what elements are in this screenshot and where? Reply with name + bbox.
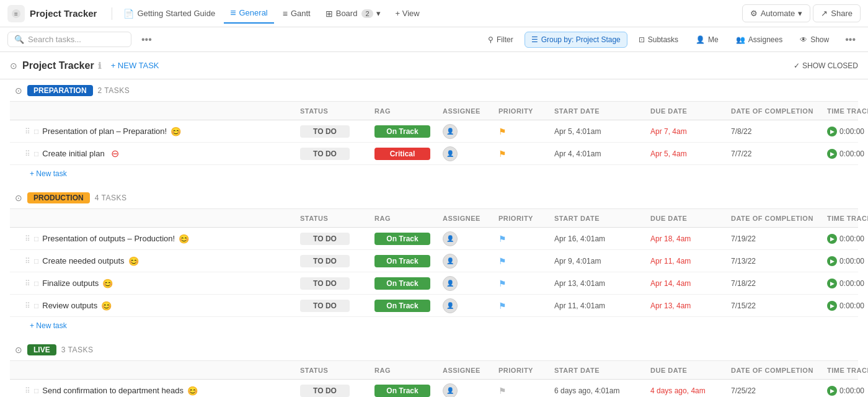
col-completion-header: DATE OF COMPLETION: [731, 215, 827, 222]
assignees-icon: 👥: [736, 35, 745, 44]
drag-handle-icon[interactable]: ⠿: [25, 149, 30, 158]
share-btn[interactable]: ↗ Share: [813, 4, 861, 22]
task-name[interactable]: Create initial plan: [42, 149, 104, 158]
search-box[interactable]: 🔍 Search tasks...: [7, 32, 131, 47]
task-name-cell: ⠿ □ Send confirmation to department head…: [15, 386, 300, 396]
due-date-cell: Apr 14, 4am: [650, 279, 731, 288]
priority-flag-icon[interactable]: ⚑: [498, 127, 507, 136]
info-icon[interactable]: ℹ: [98, 61, 101, 71]
toolbar-more-btn[interactable]: •••: [136, 32, 157, 48]
share-icon: ↗: [821, 9, 828, 18]
rag-badge[interactable]: On Track: [374, 385, 430, 397]
avatar[interactable]: 👤: [443, 124, 458, 139]
me-btn[interactable]: 👤 Me: [689, 32, 725, 47]
rag-badge[interactable]: Critical: [374, 148, 430, 160]
show-btn[interactable]: 👁 Show: [794, 32, 835, 47]
group-preparation-header: ⊙ PREPARATION 2 TASKS: [10, 79, 858, 102]
rag-badge[interactable]: On Track: [374, 125, 430, 138]
drag-handle-icon[interactable]: ⠿: [25, 301, 30, 310]
avatar[interactable]: 👤: [443, 146, 458, 161]
group-by-btn[interactable]: ☰ Group by: Project Stage: [525, 32, 627, 48]
rag-badge[interactable]: On Track: [374, 300, 430, 312]
col-start-header: START DATE: [554, 215, 650, 222]
avatar[interactable]: 👤: [443, 276, 458, 291]
tab-gantt[interactable]: ≡ Gantt: [277, 5, 317, 22]
status-badge[interactable]: TO DO: [300, 233, 350, 245]
group-preparation-toggle[interactable]: ⊙: [15, 86, 22, 96]
task-name[interactable]: Presentation of outputs – Production!: [42, 234, 175, 243]
status-badge[interactable]: TO DO: [300, 385, 350, 397]
status-badge[interactable]: TO DO: [300, 277, 350, 290]
completion-date-cell: 7/25/22: [731, 386, 827, 395]
rag-badge[interactable]: On Track: [374, 277, 430, 290]
checkbox-icon[interactable]: □: [34, 386, 38, 395]
task-name[interactable]: Send confirmation to department heads: [42, 386, 184, 395]
task-name-cell: ⠿ □ Create needed outputs 😊: [15, 256, 300, 266]
drag-handle-icon[interactable]: ⠿: [25, 386, 30, 395]
drag-handle-icon[interactable]: ⠿: [25, 257, 30, 265]
priority-flag-icon[interactable]: ⚑: [498, 386, 507, 396]
priority-flag-icon[interactable]: ⚑: [498, 149, 507, 159]
group-preparation-label: PREPARATION: [27, 85, 93, 96]
avatar[interactable]: 👤: [443, 298, 458, 313]
avatar[interactable]: 👤: [443, 254, 458, 269]
priority-flag-icon[interactable]: ⚑: [498, 234, 507, 244]
task-name-cell: ⠿ □ Presentation of plan – Preparation! …: [15, 127, 300, 136]
col-due-header: DUE DATE: [650, 107, 731, 115]
time-tracked-cell: ▶0:00:00: [827, 301, 868, 311]
priority-flag-icon[interactable]: ⚑: [498, 279, 507, 288]
group-production-toggle[interactable]: ⊙: [15, 193, 22, 203]
time-icon: ▶: [827, 279, 837, 288]
status-badge[interactable]: TO DO: [300, 300, 350, 312]
checkbox-icon[interactable]: □: [34, 301, 38, 310]
priority-flag-icon[interactable]: ⚑: [498, 301, 507, 311]
checkbox-icon[interactable]: □: [34, 279, 38, 288]
task-name[interactable]: Create needed outputs: [42, 256, 124, 265]
toolbar-options-btn[interactable]: •••: [840, 32, 861, 48]
task-name[interactable]: Presentation of plan – Preparation!: [42, 127, 167, 136]
avatar[interactable]: 👤: [443, 231, 458, 246]
avatar[interactable]: 👤: [443, 383, 458, 398]
filter-btn[interactable]: ⚲ Filter: [482, 32, 520, 47]
new-task-btn-prod[interactable]: + New task: [30, 321, 67, 330]
app-icon: ≡: [7, 5, 25, 22]
task-name[interactable]: Finalize outputs: [42, 279, 99, 288]
start-date-cell: Apr 11, 4:01am: [554, 301, 650, 310]
new-task-header-btn[interactable]: + NEW TASK: [106, 58, 164, 73]
task-badge-icon: 😊: [170, 127, 181, 136]
time-tracked-cell: ▶0:00:00: [827, 256, 868, 266]
task-name[interactable]: Review outputs: [42, 301, 97, 310]
collapse-icon[interactable]: ⊙: [10, 61, 17, 71]
drag-handle-icon[interactable]: ⠿: [25, 279, 30, 288]
tab-general[interactable]: ≡ General: [224, 4, 274, 24]
svg-text:≡: ≡: [14, 11, 18, 17]
tab-getting-started[interactable]: 📄 Getting Started Guide: [117, 5, 221, 22]
drag-handle-icon[interactable]: ⠿: [25, 127, 30, 136]
show-closed-btn[interactable]: ✓ SHOW CLOSED: [794, 61, 858, 70]
start-date-cell: Apr 16, 4:01am: [554, 234, 650, 243]
priority-flag-icon[interactable]: ⚑: [498, 256, 507, 266]
add-view-btn[interactable]: + View: [389, 5, 426, 22]
group-live-toggle[interactable]: ⊙: [15, 345, 22, 355]
checkbox-icon[interactable]: □: [34, 127, 38, 136]
col-status-header: STATUS: [300, 367, 374, 374]
assignees-btn[interactable]: 👥 Assignees: [730, 32, 789, 47]
status-badge[interactable]: TO DO: [300, 125, 350, 138]
status-cell: TO DO: [300, 125, 374, 138]
priority-cell: ⚑: [498, 386, 554, 396]
rag-badge[interactable]: On Track: [374, 233, 430, 245]
automate-btn[interactable]: ⚙ Automate ▾: [742, 4, 811, 22]
checkbox-icon[interactable]: □: [34, 257, 38, 265]
drag-handle-icon[interactable]: ⠿: [25, 234, 30, 243]
completion-date-cell: 7/13/22: [731, 257, 827, 265]
status-badge[interactable]: TO DO: [300, 148, 350, 160]
checkbox-icon[interactable]: □: [34, 234, 38, 243]
status-cell: TO DO: [300, 277, 374, 290]
new-task-btn-prep[interactable]: + New task: [30, 169, 67, 178]
rag-badge[interactable]: On Track: [374, 255, 430, 267]
group-production-count: 4 TASKS: [95, 194, 127, 202]
status-badge[interactable]: TO DO: [300, 255, 350, 267]
tab-board[interactable]: ⊞ Board 2 ▾: [319, 5, 387, 22]
checkbox-icon[interactable]: □: [34, 149, 38, 158]
subtasks-btn[interactable]: ⊡ Subtasks: [632, 32, 684, 47]
